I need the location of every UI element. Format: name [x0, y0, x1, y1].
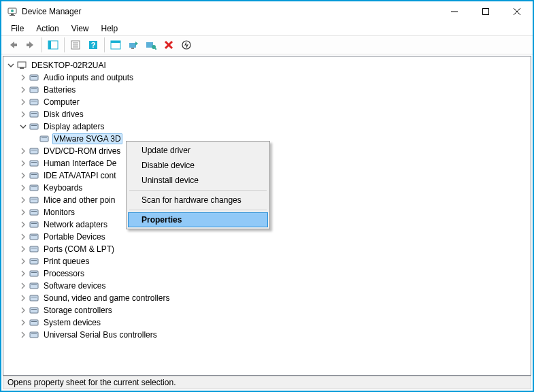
device-category-icon: [29, 109, 39, 120]
tree-category-row[interactable]: Print queues: [3, 255, 531, 267]
svg-rect-53: [31, 211, 37, 212]
chevron-right-icon[interactable]: [18, 269, 28, 278]
chevron-right-icon[interactable]: [18, 195, 28, 205]
svg-rect-45: [31, 162, 37, 163]
toolbar-back-button[interactable]: [5, 37, 21, 53]
tree-category-row[interactable]: Software devices: [3, 280, 531, 292]
chevron-down-icon[interactable]: [6, 61, 16, 70]
device-category-icon: [29, 219, 39, 230]
svg-rect-40: [40, 136, 48, 142]
svg-rect-36: [30, 112, 38, 117]
svg-rect-37: [31, 113, 37, 114]
status-text: Opens property sheet for the current sel…: [7, 378, 176, 387]
toolbar-disable-button[interactable]: [178, 37, 195, 53]
app-icon: [7, 6, 18, 17]
tree-category-row[interactable]: Sound, video and game controllers: [3, 292, 531, 304]
chevron-right-icon[interactable]: [18, 171, 28, 180]
tree-category-label: Print queues: [42, 257, 90, 266]
tree-category-row[interactable]: Portable Devices: [3, 231, 531, 243]
menu-file[interactable]: File: [5, 23, 29, 34]
chevron-right-icon[interactable]: [18, 232, 28, 242]
svg-rect-67: [31, 297, 37, 297]
context-menu-uninstall-device[interactable]: Uninstall device: [128, 173, 268, 188]
title-bar: Device Manager: [1, 1, 533, 22]
svg-rect-41: [41, 137, 47, 138]
context-menu-disable-device[interactable]: Disable device: [128, 158, 268, 173]
maximize-button[interactable]: [470, 1, 501, 22]
close-button[interactable]: [501, 1, 533, 22]
chevron-right-icon[interactable]: [18, 293, 28, 303]
device-category-icon: [29, 317, 39, 328]
context-menu-properties[interactable]: Properties: [128, 212, 268, 227]
tree-category-row[interactable]: Display adapters: [3, 120, 531, 133]
chevron-right-icon[interactable]: [18, 306, 28, 315]
minimize-button[interactable]: [439, 1, 470, 22]
chevron-right-icon[interactable]: [18, 183, 28, 193]
svg-rect-66: [30, 295, 38, 301]
chevron-right-icon[interactable]: [18, 159, 28, 168]
svg-point-3: [11, 10, 14, 12]
tree-category-row[interactable]: Storage controllers: [3, 304, 531, 316]
chevron-right-icon[interactable]: [18, 330, 28, 340]
chevron-right-icon[interactable]: [18, 97, 28, 107]
svg-rect-28: [18, 62, 26, 67]
svg-rect-52: [30, 210, 38, 215]
tree-category-label: Network adapters: [42, 220, 109, 229]
device-category-icon: [29, 146, 39, 157]
tree-root-row[interactable]: DESKTOP-02R2UAI: [3, 59, 531, 71]
context-menu-scan-hardware[interactable]: Scan for hardware changes: [128, 193, 268, 208]
toolbar-properties2-button[interactable]: [107, 37, 124, 53]
toolbar-help-button[interactable]: ?: [85, 37, 101, 53]
tree-category-row[interactable]: Universal Serial Bus controllers: [3, 329, 531, 341]
svg-rect-11: [48, 41, 51, 49]
chevron-right-icon[interactable]: [18, 146, 28, 156]
svg-rect-51: [31, 199, 37, 199]
device-category-icon: [29, 182, 39, 193]
tree-category-row[interactable]: Ports (COM & LPT): [3, 243, 531, 255]
toolbar-forward-button[interactable]: [22, 37, 39, 53]
chevron-right-icon[interactable]: [18, 244, 28, 254]
toolbar-separator: [41, 37, 42, 52]
chevron-right-icon[interactable]: [18, 281, 28, 291]
chevron-right-icon[interactable]: [18, 257, 28, 266]
chevron-down-icon[interactable]: [18, 122, 28, 131]
chevron-right-icon[interactable]: [18, 73, 28, 82]
chevron-right-icon[interactable]: [18, 318, 28, 327]
svg-rect-39: [31, 125, 37, 126]
tree-category-label: Mice and other poin: [42, 195, 116, 205]
toolbar-uninstall-button[interactable]: [161, 37, 177, 53]
chevron-right-icon[interactable]: [18, 85, 28, 95]
tree-category-row[interactable]: Batteries: [3, 84, 531, 96]
device-category-icon: [29, 72, 39, 83]
device-category-icon: [29, 329, 39, 340]
context-menu-update-driver[interactable]: Update driver: [128, 143, 268, 158]
tree-category-row[interactable]: Disk drives: [3, 108, 531, 120]
device-category-icon: [29, 195, 39, 206]
svg-line-24: [155, 48, 156, 50]
toolbar-scan-hardware-button[interactable]: [143, 37, 159, 53]
svg-text:?: ?: [91, 41, 96, 49]
toolbar-properties-button[interactable]: [67, 37, 84, 53]
tree-category-label: Storage controllers: [42, 306, 114, 315]
chevron-right-icon[interactable]: [18, 110, 28, 119]
chevron-right-icon[interactable]: [18, 208, 28, 217]
toolbar-show-hide-button[interactable]: [45, 37, 61, 53]
svg-rect-70: [30, 320, 38, 325]
tree-category-label: Ports (COM & LPT): [42, 244, 116, 254]
svg-rect-55: [31, 223, 37, 224]
svg-rect-2: [10, 15, 15, 16]
tree-category-row[interactable]: Computer: [3, 96, 531, 108]
menu-action[interactable]: Action: [31, 23, 64, 34]
tree-category-row[interactable]: Processors: [3, 267, 531, 280]
toolbar-update-driver-button[interactable]: [125, 37, 141, 53]
chevron-right-icon[interactable]: [18, 220, 28, 229]
svg-rect-29: [20, 67, 24, 69]
svg-rect-62: [30, 271, 38, 276]
tree-category-label: Portable Devices: [42, 232, 107, 242]
menu-help[interactable]: Help: [96, 23, 124, 34]
tree-category-row[interactable]: Audio inputs and outputs: [3, 71, 531, 84]
device-category-icon: [29, 244, 39, 255]
tree-category-row[interactable]: System devices: [3, 316, 531, 329]
tree-category-label: Monitors: [42, 208, 76, 217]
menu-view[interactable]: View: [66, 23, 95, 34]
